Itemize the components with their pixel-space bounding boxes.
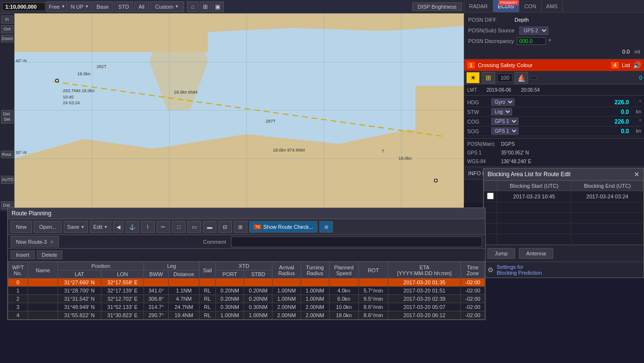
posn-sub-label: POSN(Sub) Source [468, 28, 515, 33]
delete-btn[interactable]: Delete [37, 251, 63, 259]
free-dropdown[interactable]: Free [46, 1, 68, 12]
route-cell-4-11: 18.0kn [329, 311, 358, 320]
hdg-source-select[interactable]: Gyro [491, 98, 515, 106]
sidebar-auto-btn[interactable]: AUTO [1, 176, 14, 184]
col-position: Position [58, 262, 144, 270]
wgs84-label: WGS-84 [467, 159, 501, 164]
route-cell-0-4 [144, 279, 169, 287]
blocking-col-start: Blocking Start (UTC) [497, 181, 572, 191]
route-cell-1-9: 1.00NM [272, 287, 301, 295]
route-cell-2-9: 1.00NM [272, 295, 301, 303]
map-area[interactable]: 282T 293.7NM 18.0kn 10:45 24 03:24 18.0k… [14, 14, 464, 211]
tab-radar[interactable]: RADAR [464, 0, 493, 12]
sun-icon-btn[interactable]: ☀ [466, 72, 480, 84]
blocking-title: Blocking Area List for Route Edit [487, 171, 634, 178]
warning-bar[interactable]: 1 Crossing Safety Colour 4 List 🔊 [464, 59, 644, 71]
sidebar-route-btn[interactable]: Rout. [1, 151, 14, 159]
sidebar-zoom-btn[interactable]: Zoom [1, 35, 14, 43]
custom-dropdown[interactable]: Custom [150, 1, 184, 12]
sog-source-select[interactable]: GPS 1 [491, 127, 518, 135]
tool-icon-btn[interactable]: ✂ [157, 221, 170, 233]
show-route-check-btn[interactable]: 76 Show Route Check... [249, 221, 317, 233]
route-icon-btn[interactable]: ⌇ [141, 221, 155, 233]
sidebar-out-btn[interactable]: Out [1, 25, 14, 33]
nav-prev-btn[interactable]: ◀ [113, 221, 124, 233]
save-dropdown[interactable]: Save [64, 221, 88, 233]
blocking-table: Blocking Start (UTC) Blocking End (UTC) … [484, 181, 644, 245]
insert-btn[interactable]: Insert [11, 251, 35, 259]
home-icon-btn[interactable]: ⌂ [187, 1, 199, 12]
volume-icon[interactable]: 🔊 [633, 61, 641, 69]
new-btn[interactable]: New [11, 221, 32, 233]
route-view-icon-btn[interactable]: ⊛ [319, 221, 333, 233]
route-cell-1-8: 0.20NM [244, 287, 272, 295]
route-cell-1-1 [28, 287, 58, 295]
nup-dropdown[interactable]: N UP [69, 1, 91, 12]
tab-close-icon[interactable]: ✕ [50, 239, 54, 245]
disp-brightness-btn[interactable]: DISP Brightness [412, 2, 462, 11]
distance-unit: ml [634, 49, 640, 55]
anchor-icon-btn[interactable]: ⚓ [126, 221, 139, 233]
route-cell-4-0: 4 [8, 311, 28, 320]
tab-ams[interactable]: AMS [542, 0, 563, 12]
display-icon-btn[interactable]: ⊞ [482, 72, 495, 84]
all-btn[interactable]: All [134, 1, 149, 12]
tab-ecdis[interactable]: PRIMARY ECDIS [493, 0, 520, 12]
stw-unit: kn [629, 109, 641, 114]
route-cell-0-2: 31°27.660' N [58, 279, 101, 287]
route-cell-1-3: 32°17.139' E [101, 287, 144, 295]
rect3-icon-btn[interactable]: ▬ [203, 221, 216, 233]
blocking-close-btn[interactable]: ✕ [634, 170, 640, 178]
route-cell-0-3: 32°17.558' E [101, 279, 144, 287]
posn-sub-source-select[interactable]: GPS 2 GPS 1 [519, 27, 548, 35]
home2-icon-btn[interactable]: ⊞ [200, 1, 211, 12]
route-cell-3-5: 24.7NM [168, 303, 199, 311]
blocking-col-end: Blocking End (UTC) [571, 181, 643, 191]
posn-disc-label: POSN Discrepancy [468, 38, 514, 44]
route-row-3: 331°48.949' N31°52.133' E314.7°24.7NMRL0… [8, 303, 485, 311]
depth-label: Depth [515, 17, 529, 23]
route-table-wrapper[interactable]: WPTNo. Name Position Leg Sail XTD Arriva… [8, 262, 485, 320]
blocking-checkbox-0[interactable] [487, 193, 494, 199]
sidebar-in-btn[interactable]: In [1, 15, 14, 24]
rect2-icon-btn[interactable]: ▭ [187, 221, 201, 233]
event-icon-btn[interactable]: ▣ [212, 1, 224, 12]
base-btn[interactable]: Base [92, 1, 113, 12]
stw-source-select[interactable]: Log [491, 108, 512, 115]
antenna-btn[interactable]: Antenna [519, 248, 553, 259]
status-row: ☀ ⊞ 100 ⛵ 0 [464, 71, 644, 84]
blocking-row-empty-1 [484, 202, 644, 213]
route-row-1: 131°28.700' N32°17.139' E341.0°1.1NMRL0.… [8, 287, 485, 295]
cog-source-select[interactable]: GPS 1 [491, 118, 518, 125]
blocking-row-empty-2 [484, 213, 644, 223]
route-cell-3-12: 8.6°/min [358, 303, 388, 311]
jump-btn[interactable]: Jump [487, 248, 515, 259]
route-cell-4-5: 19.4NM [168, 311, 199, 320]
col-speed: PlannedSpeed [329, 262, 358, 279]
rect-icon-btn[interactable]: □ [172, 221, 186, 233]
sog-value: 0.0 [525, 128, 629, 135]
radar-tabs: RADAR PRIMARY ECDIS CON AMS [464, 0, 644, 13]
route-tab-new3[interactable]: New Route-3 ✕ [11, 236, 59, 248]
fullscreen-icon-btn[interactable]: ⊞ [234, 221, 247, 233]
route-cell-4-2: 31°55.822' N [58, 311, 101, 320]
route-cell-1-13: 2017-03-20 01:51 [388, 287, 460, 295]
comment-input[interactable] [231, 237, 482, 247]
map-label-time1: 10:45 [63, 95, 74, 99]
lmt-row: LMT 2019-06-06 20:06:54 [467, 85, 641, 94]
sidebar-det-set-btn[interactable]: Det. Set [1, 110, 14, 124]
route-row-4: 431°55.822' N31°30.823' E290.7°19.4NMRL1… [8, 311, 485, 320]
edit-dropdown[interactable]: Edit [90, 221, 111, 233]
posn-section: POSN DIFF Depth POSN(Sub) Source GPS 2 G… [464, 13, 644, 59]
open-btn[interactable]: Open... [34, 221, 62, 233]
ship-icon-btn[interactable]: ⛵ [515, 72, 528, 84]
route-cell-3-3: 31°52.133' E [101, 303, 144, 311]
posn-disc-input[interactable] [517, 37, 546, 45]
screen-icon-btn[interactable]: ⊟ [218, 221, 232, 233]
tab-con[interactable]: CON [519, 0, 541, 12]
route-row-2: 231°31.542' N32°12.702' E306.8°4.7NMRL0.… [8, 295, 485, 303]
map-label-nm2: 18.0kn 6NM [174, 90, 198, 95]
std-btn[interactable]: STD [114, 1, 133, 12]
gps1-lat: 35°00.952' N [501, 150, 529, 155]
distance-value: 0.0 [622, 49, 630, 55]
